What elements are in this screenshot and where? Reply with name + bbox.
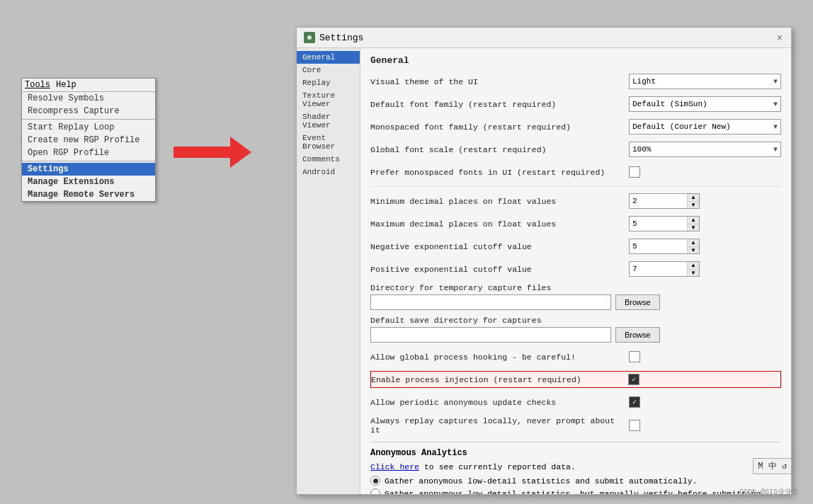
visual-theme-control: Light ▼ [629, 74, 781, 89]
process-injection-row: Enable process injection (restart requir… [370, 371, 781, 388]
nav-shader-viewer[interactable]: Shader Viewer [297, 110, 360, 132]
spinbox-up-icon-2[interactable]: ▲ [688, 217, 699, 224]
close-button[interactable]: × [775, 32, 784, 43]
visual-theme-label: Visual theme of the UI [370, 77, 629, 86]
default-font-row: Default font family (restart required) D… [370, 96, 781, 113]
tools-menu: Tools Help Resolve Symbols Recompress Ca… [21, 78, 156, 202]
spinbox-down-icon-3[interactable]: ▼ [688, 247, 699, 254]
neg-exp-control: 5 ▲ ▼ [629, 239, 781, 254]
spinbox-up-icon[interactable]: ▲ [688, 194, 699, 202]
manage-remote-servers-item[interactable]: Manage Remote Servers [22, 188, 155, 201]
process-injection-label: Enable process injection (restart requir… [371, 375, 628, 384]
max-decimal-label: Maximum decimal places on float values [370, 219, 629, 229]
prefer-mono-checkbox[interactable] [629, 166, 640, 178]
manage-extensions-item[interactable]: Manage Extensions [22, 176, 155, 188]
process-injection-checkbox[interactable] [628, 374, 639, 385]
menu-separator-1 [22, 119, 155, 120]
temp-dir-input[interactable] [370, 294, 611, 310]
mono-font-dropdown[interactable]: Default (Courier New) ▼ [629, 119, 781, 134]
nav-core[interactable]: Core [297, 64, 360, 76]
tools-menu-item[interactable]: Tools [25, 80, 50, 90]
dialog-title-text: Settings [319, 33, 363, 43]
replay-local-checkbox[interactable] [629, 420, 640, 431]
nav-event-browser[interactable]: Event Browser [297, 132, 360, 153]
prefer-mono-control [629, 166, 781, 178]
update-checks-control [629, 396, 781, 408]
dialog-body: General Core Replay Texture Viewer Shade… [297, 48, 791, 494]
font-scale-label: Global font scale (restart required) [370, 145, 629, 154]
pos-exp-control: 7 ▲ ▼ [629, 261, 781, 277]
chevron-down-icon-2: ▼ [773, 101, 778, 108]
spinbox-down-icon-2[interactable]: ▼ [688, 224, 699, 231]
visual-theme-dropdown[interactable]: Light ▼ [629, 74, 781, 89]
nav-general[interactable]: General [297, 51, 360, 64]
right-arrow [174, 137, 251, 168]
settings-item[interactable]: Settings [22, 163, 155, 176]
spinbox-up-icon-4[interactable]: ▲ [688, 262, 699, 270]
radio-manual-verify[interactable] [370, 488, 380, 494]
spinbox-up-icon-3[interactable]: ▲ [688, 239, 699, 247]
nav-texture-viewer[interactable]: Texture Viewer [297, 89, 360, 110]
anon-link-suffix: to see currently reported data. [424, 462, 576, 471]
chevron-down-icon-4: ▼ [773, 146, 778, 154]
save-dir-row: Default save directory for captures Brow… [370, 316, 781, 343]
mono-font-control: Default (Courier New) ▼ [629, 119, 781, 134]
neg-exp-spinbox[interactable]: 5 ▲ ▼ [629, 239, 700, 254]
save-dir-browse-button[interactable]: Browse [615, 327, 660, 343]
help-menu-item[interactable]: Help [56, 80, 76, 90]
radio-auto-submit[interactable] [370, 476, 380, 486]
default-font-label: Default font family (restart required) [370, 100, 629, 109]
default-font-dropdown[interactable]: Default (SimSun) ▼ [629, 96, 781, 112]
global-hook-checkbox[interactable] [629, 351, 640, 362]
global-hook-control [629, 351, 781, 362]
global-hook-label: Allow global process hooking - be carefu… [370, 353, 629, 362]
dialog-sidebar: General Core Replay Texture Viewer Shade… [297, 48, 360, 494]
separator-1 [370, 186, 781, 187]
max-decimal-row: Maximum decimal places on float values 5… [370, 215, 781, 232]
max-decimal-spinbox[interactable]: 5 ▲ ▼ [629, 216, 700, 231]
arrow-head [230, 137, 251, 168]
spinbox-buttons-4: ▲ ▼ [687, 262, 699, 276]
start-replay-loop-item[interactable]: Start Replay Loop [22, 121, 155, 134]
default-font-control: Default (SimSun) ▼ [629, 96, 781, 112]
arrow-body [174, 147, 230, 158]
font-scale-row: Global font scale (restart required) 100… [370, 141, 781, 158]
nav-replay[interactable]: Replay [297, 76, 360, 89]
font-scale-dropdown[interactable]: 100% ▼ [629, 142, 781, 157]
prefer-mono-label: Prefer monospaced fonts in UI (restart r… [370, 168, 629, 177]
create-rgp-profile-item[interactable]: Create new RGP Profile [22, 134, 155, 147]
radio-row-1: Gather anonymous low-detail statistics a… [370, 476, 781, 486]
replay-local-label: Always replay captures locally, never pr… [370, 416, 629, 435]
spinbox-buttons-2: ▲ ▼ [687, 217, 699, 231]
spinbox-down-icon-4[interactable]: ▼ [688, 270, 699, 277]
menu-bar: Tools Help [22, 79, 155, 92]
max-decimal-control: 5 ▲ ▼ [629, 216, 781, 231]
chevron-down-icon-3: ▼ [773, 123, 778, 131]
recompress-capture-item[interactable]: Recompress Capture [22, 105, 155, 118]
radio-manual-verify-label: Gather anonymous low-detail statistics, … [385, 489, 766, 495]
min-decimal-spinbox[interactable]: 2 ▲ ▼ [629, 193, 700, 209]
visual-theme-row: Visual theme of the UI Light ▼ [370, 73, 781, 90]
radio-auto-submit-label: Gather anonymous low-detail statistics a… [385, 476, 698, 486]
nav-comments[interactable]: Comments [297, 153, 360, 166]
temp-dir-browse-button[interactable]: Browse [615, 294, 660, 310]
anon-link-row: Click here to see currently reported dat… [370, 462, 781, 471]
update-checks-checkbox[interactable] [629, 396, 640, 408]
mono-font-label: Monospaced font family (restart required… [370, 122, 629, 132]
save-dir-input[interactable] [370, 327, 611, 343]
update-checks-label: Allow periodic anonymous update checks [370, 398, 629, 407]
resolve-symbols-item[interactable]: Resolve Symbols [22, 92, 155, 105]
prefer-mono-row: Prefer monospaced fonts in UI (restart r… [370, 164, 781, 181]
dialog-title: Settings [304, 32, 363, 43]
pos-exp-spinbox[interactable]: 7 ▲ ▼ [629, 261, 700, 277]
anon-link[interactable]: Click here [370, 462, 419, 471]
anon-section: Anonymous Analytics Click here to see cu… [370, 442, 781, 494]
pos-exp-row: Positive exponential cutoff value 7 ▲ ▼ [370, 260, 781, 277]
mono-font-row: Monospaced font family (restart required… [370, 118, 781, 135]
watermark: CSDN @GIS业业主 [739, 487, 799, 497]
nav-android[interactable]: Android [297, 166, 360, 178]
spinbox-down-icon[interactable]: ▼ [688, 202, 699, 209]
min-decimal-control: 2 ▲ ▼ [629, 193, 781, 209]
save-dir-label: Default save directory for captures [370, 316, 781, 325]
open-rgp-profile-item[interactable]: Open RGP Profile [22, 147, 155, 159]
